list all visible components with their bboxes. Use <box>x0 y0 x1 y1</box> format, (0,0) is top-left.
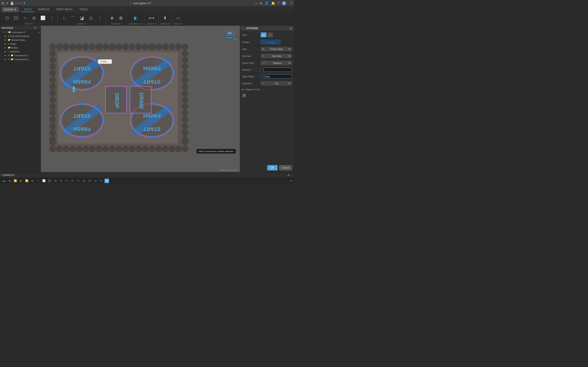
profiles-clear-icon[interactable]: ✕ <box>277 41 279 43</box>
activate-icon[interactable]: ● <box>38 31 40 33</box>
status-snap-icon[interactable]: ⊕ <box>59 179 63 183</box>
redo-icon[interactable]: ↪ <box>19 2 21 5</box>
person-icon[interactable]: 👤 <box>265 1 269 5</box>
tab-surface[interactable]: SURFACE <box>35 7 52 12</box>
window-controls[interactable]: + ⊕ 👤 🔔 ? JP × <box>255 1 292 5</box>
status-body-icon[interactable]: ▬ <box>2 179 6 183</box>
status-section-icon[interactable]: ⊟ <box>53 179 58 183</box>
status-appearance-icon[interactable]: ◈ <box>82 179 86 183</box>
more-modify-btn[interactable]: ⋮ <box>96 14 104 22</box>
more-comments-icon[interactable]: ⋮ <box>290 174 292 176</box>
distance-input[interactable] <box>261 68 292 72</box>
settings-gear-icon[interactable]: ⚙ <box>290 179 292 182</box>
menu-icon[interactable]: ▼ <box>6 2 9 5</box>
joint-btn[interactable]: ⊕ <box>108 14 116 22</box>
inspect-label: INSPECT ▼ <box>146 23 156 25</box>
select-btn[interactable]: ▭ <box>174 14 182 22</box>
taper-angle-input[interactable] <box>261 75 292 78</box>
nav-cube[interactable]: TOP FRONT X Y Z <box>222 28 238 44</box>
profiles-badge[interactable]: ⬡ 8 selected ✕ <box>261 40 280 44</box>
tree-item-root[interactable]: ▼ 👁 📁 sorry game v7 ● <box>0 30 41 34</box>
extra-icon[interactable]: ▼ <box>23 2 26 5</box>
status-select-icon[interactable]: ↖ <box>36 179 40 183</box>
status-prev-icon[interactable]: ⏮ <box>7 179 12 183</box>
extrude-btn[interactable]: ⬛ <box>12 14 20 22</box>
status-zoom-fit-icon[interactable]: ⊡ <box>70 179 75 183</box>
type-solid-btn[interactable]: ▬ <box>261 33 267 37</box>
collapse-sidebar-icon[interactable]: ◀ <box>34 26 35 29</box>
grid-icon[interactable]: ⊞ <box>2 1 4 5</box>
status-rewind-icon[interactable]: ⏪ <box>13 179 17 183</box>
start-dropdown[interactable]: ◧ Profile Plane ▼ <box>261 47 292 51</box>
status-wireframe-icon[interactable]: ⬜ <box>42 179 46 183</box>
modify-fillet-btn[interactable]: ⌒ <box>69 14 77 22</box>
tree-item-doc-settings[interactable]: ▶ ⚙ Document Settings <box>0 34 41 38</box>
chamfer-btn[interactable]: ◪ <box>78 14 86 22</box>
status-shaded-icon[interactable]: ⬛ <box>47 179 52 183</box>
tree-item-component1[interactable]: ▶ 👁 📁 Component1:1 <box>0 53 41 57</box>
hole-btn[interactable]: ⊙ <box>30 14 38 22</box>
measure-btn[interactable]: ⟺ <box>147 14 156 22</box>
cancel-button[interactable]: Cancel <box>279 165 292 170</box>
status-3d-icon[interactable]: 3D <box>104 179 109 183</box>
svg-point-34 <box>129 146 135 152</box>
revolve-btn[interactable]: ○ <box>21 14 29 22</box>
svg-point-9 <box>103 44 109 50</box>
collapse-comments-icon[interactable]: ◀ <box>287 174 289 176</box>
user-avatar[interactable]: JP <box>282 1 286 5</box>
extrude-title: EXTRUDE <box>246 27 258 30</box>
fillet-btn[interactable]: ⬜ <box>39 14 47 22</box>
tree-item-origin[interactable]: ▶ ⊕ Origin <box>0 42 41 46</box>
status-analysis-icon[interactable]: ⊙ <box>93 179 98 183</box>
status-forward-icon[interactable]: ⏩ <box>25 179 29 183</box>
extent-type-dropdown[interactable]: ⟺ Distance ▼ <box>261 61 292 65</box>
tab-solid[interactable]: SOLID <box>21 7 34 12</box>
status-play-icon[interactable]: ▶ <box>19 179 23 183</box>
new-component-btn[interactable]: ⬡ <box>3 14 11 22</box>
svg-point-19 <box>169 44 175 50</box>
viewport[interactable]: FINISH START START FINISH FINISH <box>41 26 240 172</box>
design-dropdown[interactable]: DESIGN ▼ <box>2 7 19 12</box>
browser-icon[interactable]: ⊕ <box>259 1 262 5</box>
undo-icon[interactable]: ↩ <box>15 2 17 5</box>
bell-icon[interactable]: 🔔 <box>271 1 275 5</box>
type-value: ▬ ◻ <box>261 33 292 37</box>
close-icon[interactable]: × <box>291 1 292 5</box>
tree-item-sketches[interactable]: ▶ ✏ Sketches <box>0 50 41 53</box>
shell-btn[interactable]: ◻ <box>87 14 95 22</box>
insert-btn[interactable]: ⬇ <box>161 14 169 22</box>
measurement-expand-icon[interactable]: ⋯ <box>108 60 110 63</box>
tab-tools[interactable]: TOOLS <box>77 7 90 12</box>
eye-icon-comp3[interactable]: 👁 <box>8 58 10 60</box>
tree-item-named-views[interactable]: ▶ 📂 Named Views <box>0 38 41 42</box>
eye-icon-root[interactable]: 👁 <box>5 31 8 33</box>
direction-dropdown[interactable]: ⬅ One Side ▼ <box>261 54 292 58</box>
status-material-icon[interactable]: ◎ <box>99 179 103 183</box>
status-measure-icon[interactable]: ⟺ <box>65 179 69 183</box>
settings-sidebar-icon[interactable]: ⋮ <box>37 26 39 29</box>
eye-icon-comp1[interactable]: 👁 <box>8 54 10 57</box>
type-surface-btn[interactable]: ◻ <box>267 33 273 37</box>
save-icon[interactable]: 💾 <box>10 2 14 5</box>
operation-dropdown[interactable]: ✂ Cut ▼ <box>261 81 292 85</box>
offset-plane-btn[interactable]: ◧ <box>132 14 140 22</box>
status-next-icon[interactable]: ⏭ <box>30 179 35 183</box>
svg-point-44 <box>50 57 56 63</box>
tree-item-bodies[interactable]: ▶ 📁 Bodies <box>0 46 41 50</box>
objects-to-cut-row[interactable]: ▶ Objects To Cut <box>240 87 294 92</box>
help-icon[interactable]: ? <box>278 1 279 5</box>
status-grid-icon[interactable]: ⊞ <box>87 179 92 183</box>
add-tab-button[interactable]: + <box>255 1 257 5</box>
rigid-group-btn[interactable]: ⊞ <box>117 14 125 22</box>
extrude-expand-icon[interactable]: ▶ <box>290 27 292 30</box>
status-view-icon[interactable]: 👁 <box>76 179 80 183</box>
ok-button[interactable]: OK <box>267 165 277 170</box>
chevron-comp3: ▶ <box>5 58 7 60</box>
more-create-btn[interactable]: ⋮ <box>48 14 56 22</box>
svg-point-39 <box>162 146 168 152</box>
tab-sheet-metal[interactable]: SHEET METAL <box>53 7 76 12</box>
press-pull-btn[interactable]: ↕ <box>60 14 68 22</box>
status-bar-left: ▬ ⏮ ⏪ ▶ ⏩ ⏭ ↖ ⬜ ⬛ ⊟ ⊕ ⟺ ⊡ 👁 ◈ ⊞ ⊙ ◎ 3D <box>2 179 109 183</box>
tree-item-component3[interactable]: ▶ 👁 📁 Component3:1 <box>0 57 41 61</box>
titlebar: ⊞ ▼ 💾 ↩ ↪ ▼ ⬡ sorry game v7* + ⊕ 👤 🔔 ? J… <box>0 0 294 7</box>
